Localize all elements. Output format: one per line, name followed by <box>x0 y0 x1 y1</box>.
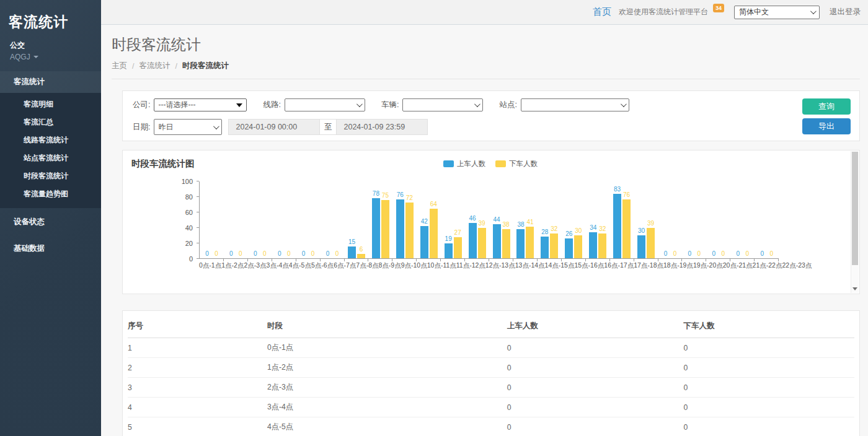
bar-column: 32 <box>550 233 558 258</box>
bar-value-label: 42 <box>421 218 428 225</box>
sidebar-submenu-item[interactable]: 客流明细 <box>0 95 101 113</box>
bar-group: 00 <box>321 181 345 258</box>
bar <box>613 194 621 258</box>
chevron-down-icon <box>474 101 480 107</box>
scrollbar-thumb[interactable] <box>852 152 858 265</box>
bar-value-label: 19 <box>445 235 452 242</box>
language-select[interactable]: 简体中文 <box>734 6 820 19</box>
table-cell: 0 <box>507 398 684 417</box>
x-axis-tick-label: 13点-14点 <box>515 261 545 270</box>
home-link[interactable]: 首页 <box>593 6 611 18</box>
date-range-separator: 至 <box>320 119 336 135</box>
bar <box>357 254 365 259</box>
bar-value-label: 0 <box>722 250 725 257</box>
station-select[interactable] <box>521 98 629 111</box>
bar-value-label: 0 <box>302 250 306 257</box>
bar-value-label: 41 <box>526 219 533 225</box>
table-cell: 0 <box>507 358 684 378</box>
bar-group: 00 <box>296 181 321 258</box>
chart-body: 020406080100 000000000000156787576724264… <box>131 181 849 270</box>
bar-column: 32 <box>598 233 606 258</box>
logout-link[interactable]: 退出登录 <box>830 7 861 17</box>
sidebar-submenu-item[interactable]: 线路客流统计 <box>0 131 101 149</box>
bar-value-label: 0 <box>263 250 267 257</box>
main-area: 首页 欢迎使用客流统计管理平台 34 简体中文 退出登录 时段客流统计 主页/客… <box>101 0 868 436</box>
app-window: 客流统计 公交 AQGJ 客流统计客流明细客流汇总线路客流统计站点客流统计时段客… <box>0 0 868 436</box>
table-cell: 0点-1点 <box>267 338 507 358</box>
x-axis-tick-label: 19点-20点 <box>693 261 723 270</box>
bar-column: 39 <box>478 228 486 258</box>
bar-value-label: 39 <box>479 220 485 227</box>
sidebar-submenu-item[interactable]: 客流汇总 <box>0 113 101 131</box>
company-select[interactable]: ---请选择--- <box>154 98 247 111</box>
chart-scrollbar[interactable] <box>851 151 859 293</box>
page-content: 时段客流统计 主页/客流统计/时段客流统计 公司: ---请选择--- 线路: <box>101 25 868 436</box>
date-preset-select[interactable]: 昨日 <box>154 119 222 135</box>
bar-value-label: 76 <box>397 191 404 198</box>
bar-value-label: 30 <box>575 227 582 234</box>
x-axis-tick-label: 8点-9点 <box>379 261 401 270</box>
sidebar-section: 设备状态 <box>0 209 101 235</box>
bar-value-label: 83 <box>614 186 621 193</box>
sidebar-menu-item[interactable]: 客流统计 <box>0 71 101 93</box>
filter-row-date: 日期: 昨日 2024-01-09 00:00 至 2024-01-09 23:… <box>133 119 849 135</box>
sidebar-menu-item[interactable]: 设备状态 <box>0 209 101 235</box>
sidebar-submenu-item[interactable]: 客流量趋势图 <box>0 185 101 203</box>
bar-value-label: 27 <box>454 229 461 236</box>
table-row: 43点-4点00 <box>128 398 854 417</box>
bar-value-label: 30 <box>638 227 645 234</box>
legend-item[interactable]: 下车人数 <box>495 159 538 168</box>
date-from-input[interactable]: 2024-01-09 00:00 <box>228 119 320 135</box>
y-axis-tick-label: 20 <box>185 240 193 247</box>
bar-group: 00 <box>248 181 272 258</box>
chevron-down-icon <box>810 8 817 14</box>
table-cell: 3点-4点 <box>267 398 507 417</box>
dropdown-arrow-icon <box>236 103 242 107</box>
x-axis-tick-label: 14点-15点 <box>545 261 575 270</box>
breadcrumb-link[interactable]: 主页 <box>112 61 127 71</box>
bar-column: 30 <box>574 235 582 259</box>
sidebar-submenu-item[interactable]: 时段客流统计 <box>0 167 101 185</box>
organization-dropdown[interactable]: AQGJ <box>10 53 101 61</box>
bar-value-label: 0 <box>278 250 281 257</box>
x-axis-tick-label: 6点-7点 <box>334 261 356 270</box>
sidebar-submenu-item[interactable]: 站点客流统计 <box>0 149 101 167</box>
x-axis-tick-label: 2点-3点 <box>244 261 266 270</box>
x-axis-tick-label: 1点-2点 <box>221 261 244 270</box>
y-axis-tick <box>197 243 199 243</box>
x-axis-tick-label: 12点-13点 <box>485 261 515 270</box>
page-header: 时段客流统计 主页/客流统计/时段客流统计 <box>112 35 860 79</box>
query-button[interactable]: 查询 <box>802 98 851 115</box>
x-axis-tick-label: 18点-19点 <box>663 261 693 270</box>
bar <box>574 235 582 259</box>
y-axis-tick <box>197 181 199 181</box>
bar-value-label: 0 <box>736 250 740 257</box>
x-axis-tick-label: 17点-18点 <box>634 261 663 270</box>
table-cell: 3 <box>128 378 267 398</box>
legend-item[interactable]: 上车人数 <box>443 159 485 168</box>
sidebar-section: 客流统计客流明细客流汇总线路客流统计站点客流统计时段客流统计客流量趋势图 <box>0 71 101 208</box>
bar-value-label: 0 <box>287 250 291 257</box>
breadcrumb-link[interactable]: 客流统计 <box>139 61 170 71</box>
table-header-cell: 时段 <box>267 313 507 338</box>
line-select[interactable] <box>285 98 365 111</box>
bar-group: 2832 <box>538 181 562 258</box>
chart-y-axis: 020406080100 <box>131 181 199 259</box>
bar-value-label: 75 <box>382 192 389 199</box>
sidebar-menu: 客流统计客流明细客流汇总线路客流统计站点客流统计时段客流统计客流量趋势图设备状态… <box>0 71 101 261</box>
hour-stats-table: 序号时段上车人数下车人数 10点-1点0021点-2点0032点-3点0043点… <box>128 313 854 436</box>
chart-title: 时段车流统计图 <box>131 159 195 168</box>
y-axis-tick <box>197 258 199 259</box>
sidebar-menu-item[interactable]: 基础数据 <box>0 236 101 261</box>
x-axis-tick-label: 3点-4点 <box>267 261 289 270</box>
bar-column: 44 <box>493 224 501 258</box>
table-header-row: 序号时段上车人数下车人数 <box>128 313 854 338</box>
export-button[interactable]: 导出 <box>802 118 851 134</box>
bar-group: 1927 <box>441 181 465 258</box>
date-to-input[interactable]: 2024-01-09 23:59 <box>336 119 428 135</box>
vehicle-select[interactable] <box>402 98 483 111</box>
bar <box>381 200 389 258</box>
x-axis-tick-label: 20点-21点 <box>723 261 753 270</box>
bar-column: 64 <box>430 209 438 258</box>
sidebar-submenu: 客流明细客流汇总线路客流统计站点客流统计时段客流统计客流量趋势图 <box>0 93 101 208</box>
